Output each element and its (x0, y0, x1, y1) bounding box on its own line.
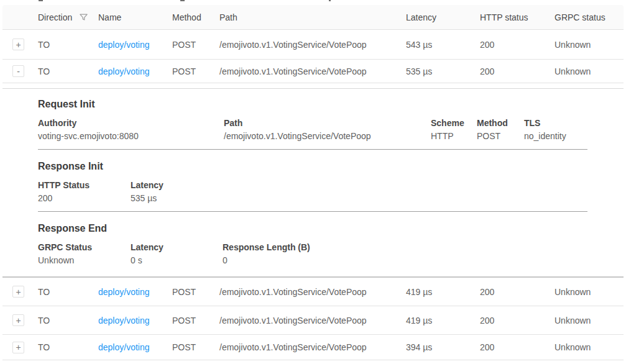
resource-link[interactable]: deploy/voting (98, 66, 150, 76)
section-title-response-end: Response End (38, 222, 587, 235)
field-label-latency: Latency (131, 242, 223, 253)
expand-cell: + (2, 39, 38, 50)
cell-direction: TO (38, 342, 98, 352)
cell-direction: TO (38, 66, 98, 76)
expand-cell: + (2, 314, 38, 326)
table-row: + TO deploy/voting POST /emojivoto.v1.Vo… (2, 335, 624, 360)
cell-http-status: 200 (480, 316, 555, 325)
table-row-expanded: - TO deploy/voting POST /emojivoto.v1.Vo… (2, 60, 624, 83)
cell-method: POST (172, 66, 219, 76)
field-value-grpc-status: Unknown (38, 255, 131, 266)
section-title-response-init: Response Init (38, 160, 587, 173)
field-value-path: /emojivoto.v1.VotingService/VotePoop (224, 130, 431, 142)
cell-latency: 394 µs (406, 342, 480, 352)
resource-link[interactable]: deploy/voting (98, 316, 150, 325)
field-value-method: POST (477, 130, 524, 142)
cropped-text-fragment (39, 0, 43, 1)
table-row: + TO deploy/voting POST /emojivoto.v1.Vo… (2, 306, 624, 335)
expand-cell: + (2, 286, 38, 298)
field-value-latency: 0 s (131, 255, 223, 266)
expand-row-button[interactable]: + (12, 286, 24, 298)
field-value-http-status: 200 (38, 193, 131, 204)
table-header-row: Direction Name Method Path Latency HTTP … (2, 5, 624, 30)
cell-path: /emojivoto.v1.VotingService/VotePoop (219, 342, 406, 352)
cell-direction: TO (38, 40, 98, 50)
resource-link[interactable]: deploy/voting (98, 342, 150, 352)
cell-latency: 419 µs (406, 316, 480, 325)
cell-latency: 535 µs (406, 66, 480, 76)
cell-method: POST (172, 342, 219, 352)
panel-gap (2, 83, 624, 88)
column-header-name: Name (98, 12, 172, 22)
cell-http-status: 200 (480, 40, 555, 50)
field-label-path: Path (224, 117, 431, 129)
cell-grpc-status: Unknown (555, 287, 624, 297)
column-header-method: Method (172, 12, 219, 22)
cell-path: /emojivoto.v1.VotingService/VotePoop (219, 40, 406, 50)
field-label-http-status: HTTP Status (38, 180, 131, 191)
cell-grpc-status: Unknown (555, 316, 624, 325)
cell-http-status: 200 (480, 66, 555, 76)
table-row: + TO deploy/voting POST /emojivoto.v1.Vo… (2, 30, 624, 60)
field-label-tls: TLS (524, 117, 587, 129)
field-label-method: Method (477, 117, 524, 129)
expand-row-button[interactable]: + (12, 342, 24, 353)
cell-path: /emojivoto.v1.VotingService/VotePoop (219, 66, 406, 76)
cell-method: POST (172, 316, 219, 325)
collapse-row-button[interactable]: - (12, 65, 24, 77)
expand-row-button[interactable]: + (12, 314, 24, 326)
cell-http-status: 200 (480, 287, 555, 297)
cropped-text-strip (0, 0, 626, 5)
cell-grpc-status: Unknown (555, 66, 624, 76)
cell-method: POST (172, 287, 219, 297)
section-title-request-init: Request Init (38, 98, 587, 111)
tap-table: Direction Name Method Path Latency HTTP … (2, 5, 624, 360)
cell-latency: 419 µs (406, 287, 480, 297)
column-header-path: Path (219, 12, 406, 22)
filter-icon[interactable] (79, 12, 88, 22)
field-value-response-length: 0 (223, 255, 587, 266)
cropped-text-fragment (180, 0, 185, 1)
expand-cell: + (2, 342, 38, 353)
column-header-grpc-status: GRPC status (555, 12, 624, 22)
cropped-text-fragment (329, 0, 331, 1)
cell-grpc-status: Unknown (555, 342, 624, 352)
column-header-direction-label: Direction (38, 12, 72, 22)
resource-link[interactable]: deploy/voting (98, 287, 150, 297)
request-init-fields: Authority voting-svc.emojivoto:8080 Path… (38, 117, 587, 142)
field-label-grpc-status: GRPC Status (38, 242, 131, 253)
expand-row-button[interactable]: + (12, 39, 24, 50)
field-label-response-length: Response Length (B) (223, 242, 587, 253)
cell-grpc-status: Unknown (555, 40, 624, 50)
column-header-direction: Direction (38, 12, 98, 22)
field-label-scheme: Scheme (431, 117, 477, 129)
field-value-scheme: HTTP (431, 130, 477, 142)
field-value-tls: no_identity (524, 130, 587, 142)
section-divider (38, 211, 587, 212)
cell-path: /emojivoto.v1.VotingService/VotePoop (219, 316, 406, 325)
field-value-latency: 535 µs (131, 193, 587, 204)
cell-latency: 543 µs (406, 40, 480, 50)
cell-direction: TO (38, 287, 98, 297)
response-end-fields: GRPC Status Unknown Latency 0 s Response… (38, 242, 587, 266)
field-label-authority: Authority (38, 117, 224, 129)
field-value-authority: voting-svc.emojivoto:8080 (38, 130, 224, 142)
cell-method: POST (172, 40, 219, 50)
response-init-fields: HTTP Status 200 Latency 535 µs (38, 180, 587, 204)
table-row: + TO deploy/voting POST /emojivoto.v1.Vo… (2, 278, 624, 306)
cell-path: /emojivoto.v1.VotingService/VotePoop (219, 287, 406, 297)
column-header-latency: Latency (406, 12, 480, 22)
column-header-http-status: HTTP status (480, 12, 555, 22)
section-divider (38, 149, 587, 150)
field-label-latency: Latency (131, 180, 587, 191)
bottom-margin (0, 360, 626, 364)
tap-event-detail-panel: Request Init Authority voting-svc.emojiv… (2, 88, 624, 278)
resource-link[interactable]: deploy/voting (98, 40, 150, 50)
expand-cell: - (2, 65, 38, 77)
cell-direction: TO (38, 316, 98, 325)
cell-http-status: 200 (480, 342, 555, 352)
